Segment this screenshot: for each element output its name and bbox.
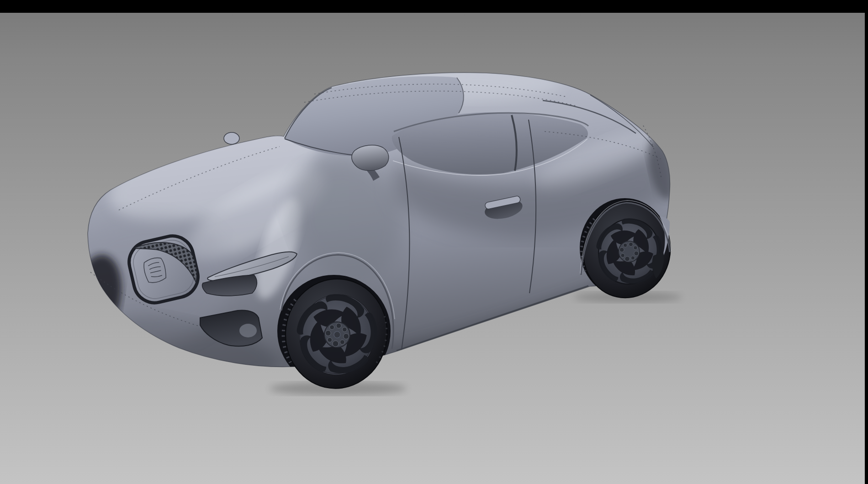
antenna-nub bbox=[224, 132, 239, 144]
3d-viewport-canvas: Silver-gray concept hatchback 3D render … bbox=[0, 0, 868, 484]
screen: Silver-gray concept hatchback 3D render … bbox=[0, 0, 868, 484]
letterbox-right-bar bbox=[865, 0, 868, 484]
letterbox-top-bar bbox=[0, 0, 868, 13]
mirror-head bbox=[352, 145, 389, 171]
car-model bbox=[69, 64, 680, 394]
fog-lamp bbox=[239, 324, 257, 337]
